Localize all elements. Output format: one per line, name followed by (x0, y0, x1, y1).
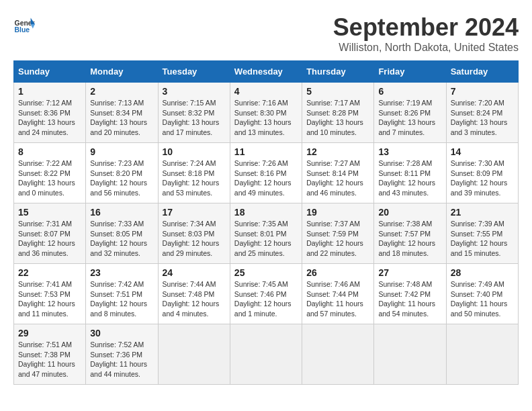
calendar-cell: 22Sunrise: 7:41 AMSunset: 7:53 PMDayligh… (14, 264, 86, 324)
day-info: Sunrise: 7:38 AMSunset: 7:57 PMDaylight:… (378, 219, 441, 259)
calendar-body: 1Sunrise: 7:12 AMSunset: 8:36 PMDaylight… (14, 83, 519, 385)
header-cell-saturday: Saturday (446, 61, 518, 83)
day-info: Sunrise: 7:35 AMSunset: 8:01 PMDaylight:… (234, 219, 298, 259)
header-cell-wednesday: Wednesday (230, 61, 302, 83)
day-number: 26 (306, 267, 369, 278)
day-info: Sunrise: 7:28 AMSunset: 8:11 PMDaylight:… (378, 158, 441, 198)
calendar-cell: 14Sunrise: 7:30 AMSunset: 8:09 PMDayligh… (446, 143, 518, 203)
calendar-cell (374, 324, 446, 385)
day-info: Sunrise: 7:52 AMSunset: 7:36 PMDaylight:… (90, 340, 153, 379)
day-number: 6 (378, 86, 441, 97)
location-title: Williston, North Dakota, United States (333, 42, 519, 54)
day-number: 20 (378, 207, 441, 218)
day-info: Sunrise: 7:16 AMSunset: 8:30 PMDaylight:… (234, 98, 298, 138)
day-info: Sunrise: 7:13 AMSunset: 8:34 PMDaylight:… (90, 98, 153, 138)
calendar-cell: 12Sunrise: 7:27 AMSunset: 8:14 PMDayligh… (302, 143, 374, 203)
calendar-cell: 1Sunrise: 7:12 AMSunset: 8:36 PMDaylight… (14, 83, 86, 143)
day-number: 25 (234, 267, 298, 278)
day-number: 15 (18, 207, 81, 218)
calendar-cell: 27Sunrise: 7:48 AMSunset: 7:42 PMDayligh… (374, 264, 446, 324)
calendar-cell: 4Sunrise: 7:16 AMSunset: 8:30 PMDaylight… (230, 83, 302, 143)
calendar-cell: 9Sunrise: 7:23 AMSunset: 8:20 PMDaylight… (86, 143, 158, 203)
day-number: 2 (90, 86, 153, 97)
day-info: Sunrise: 7:23 AMSunset: 8:20 PMDaylight:… (90, 158, 153, 198)
day-info: Sunrise: 7:24 AMSunset: 8:18 PMDaylight:… (163, 158, 226, 198)
day-number: 29 (18, 328, 81, 338)
day-info: Sunrise: 7:37 AMSunset: 7:59 PMDaylight:… (306, 219, 369, 259)
day-info: Sunrise: 7:22 AMSunset: 8:22 PMDaylight:… (18, 158, 81, 198)
day-number: 24 (163, 267, 226, 278)
day-info: Sunrise: 7:41 AMSunset: 7:53 PMDaylight:… (18, 279, 81, 319)
calendar-week-4: 29Sunrise: 7:51 AMSunset: 7:38 PMDayligh… (14, 324, 519, 385)
calendar-week-1: 8Sunrise: 7:22 AMSunset: 8:22 PMDaylight… (14, 143, 519, 203)
calendar-cell: 16Sunrise: 7:33 AMSunset: 8:05 PMDayligh… (86, 203, 158, 264)
calendar-cell: 2Sunrise: 7:13 AMSunset: 8:34 PMDaylight… (86, 83, 158, 143)
day-info: Sunrise: 7:45 AMSunset: 7:46 PMDaylight:… (234, 279, 298, 319)
calendar-cell: 10Sunrise: 7:24 AMSunset: 8:18 PMDayligh… (158, 143, 230, 203)
day-number: 9 (90, 146, 153, 157)
calendar-cell: 11Sunrise: 7:26 AMSunset: 8:16 PMDayligh… (230, 143, 302, 203)
calendar-cell: 18Sunrise: 7:35 AMSunset: 8:01 PMDayligh… (230, 203, 302, 264)
day-number: 5 (306, 86, 369, 97)
day-info: Sunrise: 7:33 AMSunset: 8:05 PMDaylight:… (90, 219, 153, 259)
day-info: Sunrise: 7:17 AMSunset: 8:28 PMDaylight:… (306, 98, 369, 138)
calendar-cell: 8Sunrise: 7:22 AMSunset: 8:22 PMDaylight… (14, 143, 86, 203)
calendar-table: SundayMondayTuesdayWednesdayThursdayFrid… (13, 60, 519, 385)
calendar-week-0: 1Sunrise: 7:12 AMSunset: 8:36 PMDaylight… (14, 83, 519, 143)
calendar-cell: 21Sunrise: 7:39 AMSunset: 7:55 PMDayligh… (446, 203, 518, 264)
month-title: September 2024 (333, 13, 519, 42)
day-info: Sunrise: 7:39 AMSunset: 7:55 PMDaylight:… (451, 219, 514, 259)
day-number: 19 (306, 207, 369, 218)
day-number: 17 (163, 207, 226, 218)
header: General Blue September 2024 Williston, N… (13, 13, 519, 54)
calendar-cell: 24Sunrise: 7:44 AMSunset: 7:48 PMDayligh… (158, 264, 230, 324)
calendar-cell: 3Sunrise: 7:15 AMSunset: 8:32 PMDaylight… (158, 83, 230, 143)
day-info: Sunrise: 7:19 AMSunset: 8:26 PMDaylight:… (378, 98, 441, 138)
day-number: 1 (18, 86, 81, 97)
calendar-cell (158, 324, 230, 385)
header-cell-monday: Monday (86, 61, 158, 83)
calendar-cell (230, 324, 302, 385)
day-info: Sunrise: 7:51 AMSunset: 7:38 PMDaylight:… (18, 340, 81, 379)
day-info: Sunrise: 7:49 AMSunset: 7:40 PMDaylight:… (451, 279, 514, 319)
day-info: Sunrise: 7:20 AMSunset: 8:24 PMDaylight:… (451, 98, 514, 138)
day-info: Sunrise: 7:44 AMSunset: 7:48 PMDaylight:… (163, 279, 226, 319)
calendar-cell: 15Sunrise: 7:31 AMSunset: 8:07 PMDayligh… (14, 203, 86, 264)
calendar-cell: 28Sunrise: 7:49 AMSunset: 7:40 PMDayligh… (446, 264, 518, 324)
calendar-cell: 6Sunrise: 7:19 AMSunset: 8:26 PMDaylight… (374, 83, 446, 143)
day-number: 28 (451, 267, 514, 278)
day-number: 11 (234, 146, 298, 157)
day-number: 14 (451, 146, 514, 157)
calendar-cell: 23Sunrise: 7:42 AMSunset: 7:51 PMDayligh… (86, 264, 158, 324)
day-number: 13 (378, 146, 441, 157)
day-number: 21 (451, 207, 514, 218)
day-info: Sunrise: 7:27 AMSunset: 8:14 PMDaylight:… (306, 158, 369, 198)
calendar-cell: 29Sunrise: 7:51 AMSunset: 7:38 PMDayligh… (14, 324, 86, 385)
calendar-cell: 7Sunrise: 7:20 AMSunset: 8:24 PMDaylight… (446, 83, 518, 143)
day-number: 3 (163, 86, 226, 97)
day-number: 4 (234, 86, 298, 97)
calendar-cell: 19Sunrise: 7:37 AMSunset: 7:59 PMDayligh… (302, 203, 374, 264)
calendar-cell: 13Sunrise: 7:28 AMSunset: 8:11 PMDayligh… (374, 143, 446, 203)
calendar-cell: 30Sunrise: 7:52 AMSunset: 7:36 PMDayligh… (86, 324, 158, 385)
header-row: SundayMondayTuesdayWednesdayThursdayFrid… (14, 61, 519, 83)
day-info: Sunrise: 7:34 AMSunset: 8:03 PMDaylight:… (163, 219, 226, 259)
calendar-cell (302, 324, 374, 385)
day-info: Sunrise: 7:26 AMSunset: 8:16 PMDaylight:… (234, 158, 298, 198)
logo: General Blue (13, 13, 35, 35)
day-number: 10 (163, 146, 226, 157)
day-number: 30 (90, 328, 153, 338)
title-area: September 2024 Williston, North Dakota, … (333, 13, 519, 54)
calendar-week-2: 15Sunrise: 7:31 AMSunset: 8:07 PMDayligh… (14, 203, 519, 264)
day-number: 22 (18, 267, 81, 278)
header-cell-friday: Friday (374, 61, 446, 83)
calendar-cell: 25Sunrise: 7:45 AMSunset: 7:46 PMDayligh… (230, 264, 302, 324)
svg-text:Blue: Blue (15, 26, 30, 34)
header-cell-thursday: Thursday (302, 61, 374, 83)
day-info: Sunrise: 7:31 AMSunset: 8:07 PMDaylight:… (18, 219, 81, 259)
calendar-week-3: 22Sunrise: 7:41 AMSunset: 7:53 PMDayligh… (14, 264, 519, 324)
day-number: 18 (234, 207, 298, 218)
day-number: 8 (18, 146, 81, 157)
day-number: 27 (378, 267, 441, 278)
day-info: Sunrise: 7:15 AMSunset: 8:32 PMDaylight:… (163, 98, 226, 138)
